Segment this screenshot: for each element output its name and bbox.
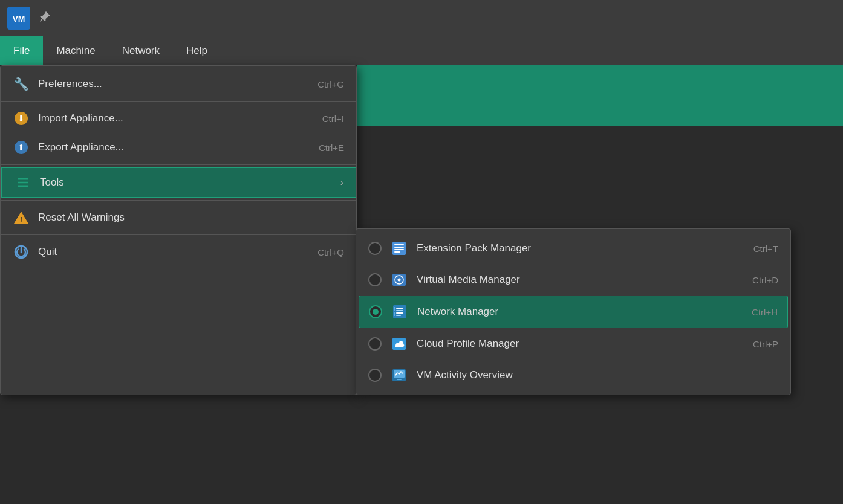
menu-file[interactable]: File [0,36,43,65]
menu-bar: File Machine Network Help [0,36,843,65]
radio-virtual-media[interactable] [368,273,382,286]
export-icon: ⬆ [13,139,30,156]
pin-icon[interactable] [33,8,54,29]
menu-item-reset[interactable]: ! Reset All Warnings [1,203,356,232]
svg-text:VM: VM [13,14,25,24]
import-icon: ⬇ [13,110,30,127]
file-dropdown: 🔧 Preferences... Ctrl+G ⬇ Import Applian… [0,65,357,395]
tools-icon [15,174,31,191]
submenu-item-virtual-media[interactable]: Virtual Media Manager Ctrl+D [356,264,790,296]
ext-pack-icon [390,239,408,257]
vm-activity-icon [390,366,408,384]
dropdown-container: 🔧 Preferences... Ctrl+G ⬇ Import Applian… [0,65,791,395]
virtual-media-icon [390,271,408,289]
separator-1 [1,101,356,102]
svg-text:⬆: ⬆ [18,143,25,152]
svg-rect-25 [396,315,401,316]
menu-machine[interactable]: Machine [43,36,108,65]
svg-rect-28 [394,312,395,314]
menu-help[interactable]: Help [173,36,221,65]
svg-text:⬇: ⬇ [18,114,25,123]
svg-rect-15 [394,247,404,248]
warning-icon: ! [13,209,30,226]
svg-rect-23 [396,310,403,311]
svg-rect-27 [394,309,395,311]
separator-4 [1,234,356,235]
svg-rect-26 [394,307,395,309]
radio-cloud-profile[interactable] [368,337,382,351]
svg-rect-7 [18,182,28,184]
svg-rect-16 [394,249,404,250]
menu-item-quit[interactable]: Quit Ctrl+Q [1,237,356,267]
power-icon [13,244,30,260]
svg-text:!: ! [20,215,22,224]
menu-item-import[interactable]: ⬇ Import Appliance... Ctrl+I [1,104,356,133]
svg-rect-24 [396,312,403,314]
wrench-icon: 🔧 [13,76,30,92]
radio-vm-activity[interactable] [368,369,382,382]
svg-rect-8 [18,186,28,187]
svg-rect-22 [396,308,403,309]
svg-rect-33 [397,379,402,380]
menu-network[interactable]: Network [109,36,173,65]
submenu-item-network-manager[interactable]: Network Manager Ctrl+H [359,296,788,328]
tools-submenu: Extension Pack Manager Ctrl+T Virtual Me… [356,228,791,395]
title-bar: VM [0,0,843,36]
separator-2 [1,164,356,165]
menu-item-tools[interactable]: Tools › [1,167,356,198]
submenu-item-ext-pack[interactable]: Extension Pack Manager Ctrl+T [356,233,790,264]
svg-point-20 [398,279,401,282]
submenu-item-cloud-profile[interactable]: Cloud Profile Manager Ctrl+P [356,328,790,360]
radio-ext-pack[interactable] [368,242,382,255]
svg-rect-6 [18,178,28,180]
network-manager-icon [391,303,409,321]
svg-rect-14 [394,244,404,245]
svg-rect-29 [394,314,395,316]
tools-chevron: › [340,177,343,188]
cloud-profile-icon [390,335,408,353]
app-logo: VM [7,7,30,30]
svg-rect-13 [392,242,406,255]
menu-item-preferences[interactable]: 🔧 Preferences... Ctrl+G [1,69,356,99]
radio-network-manager[interactable] [369,305,382,318]
submenu-item-vm-activity[interactable]: VM Activity Overview [356,360,790,391]
svg-rect-17 [394,251,400,253]
separator-3 [1,200,356,201]
menu-item-export[interactable]: ⬆ Export Appliance... Ctrl+E [1,133,356,162]
